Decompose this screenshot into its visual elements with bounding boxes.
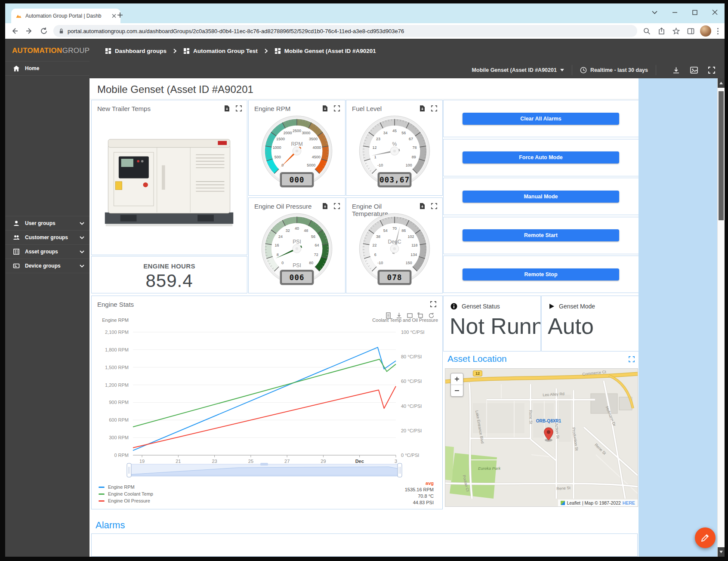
minimize-icon[interactable] <box>672 9 678 15</box>
side-panel-icon[interactable] <box>685 26 696 36</box>
map-marker-label[interactable]: ORB-Q8XR1 <box>534 419 563 423</box>
manual-mode-button[interactable]: Manual Mode <box>463 191 619 203</box>
vertical-scrollbar[interactable] <box>717 78 725 557</box>
panel-action-0: Clear All Alarms <box>443 100 639 137</box>
svg-text:100 °C/PSI: 100 °C/PSI <box>401 330 425 335</box>
navigator-handle[interactable] <box>398 463 402 477</box>
screenshot-image-icon[interactable] <box>690 67 698 74</box>
alarms-empty-list <box>91 533 638 557</box>
close-window-icon[interactable] <box>712 9 718 15</box>
tab-search-chevron-icon[interactable] <box>652 11 657 14</box>
expand-icon[interactable] <box>629 356 635 364</box>
download-icon[interactable] <box>672 67 680 74</box>
svg-text:DegC: DegC <box>388 239 401 245</box>
zoom-in-button[interactable] <box>451 373 463 385</box>
avg-label: avg <box>405 480 434 487</box>
zoom-out-button[interactable] <box>451 385 463 396</box>
leaflet-label[interactable]: Leaflet <box>567 500 580 506</box>
remote-stop-button[interactable]: Remote Stop <box>463 268 619 280</box>
page-title: Mobile Genset (Asset ID #A90201 <box>97 83 253 96</box>
address-bar[interactable]: portal.automationgroup.com.au/dashboardG… <box>53 25 637 37</box>
clear-all-alarms-button[interactable]: Clear All Alarms <box>463 113 619 125</box>
genset-mode-value: Auto <box>542 313 639 339</box>
svg-text:134: 134 <box>410 253 417 257</box>
zoom-icon[interactable] <box>642 26 652 36</box>
fullscreen-icon[interactable] <box>708 67 715 74</box>
legend-item-engine-rpm[interactable]: Engine RPM <box>99 484 153 490</box>
breadcrumb-item[interactable]: Mobile Genset (Asset ID #A90201 <box>275 48 376 54</box>
scrollbar-thumb[interactable] <box>719 91 724 220</box>
maximize-icon[interactable] <box>692 10 697 15</box>
breadcrumb-item[interactable]: Automation Group Test <box>183 48 258 54</box>
svg-text:500: 500 <box>275 155 281 159</box>
svg-text:PSI: PSI <box>293 262 301 268</box>
sidebar-item-label: Device groups <box>25 263 74 269</box>
share-icon[interactable] <box>656 26 666 36</box>
sidebar-item-device-groups[interactable]: Device groups <box>5 259 89 273</box>
svg-text:23: 23 <box>376 137 380 141</box>
asset-location-map[interactable]: 12 ORB-Q8XR1 Leaflet | Map © 1987-2022 H… <box>445 368 638 507</box>
svg-text:%: % <box>392 141 397 147</box>
time-range-selector[interactable]: Realtime - last 30 days <box>580 67 648 74</box>
svg-text:118: 118 <box>411 243 417 247</box>
breadcrumb-separator <box>265 49 268 53</box>
fuel-level-gauge: -1011223344556677889100%003,67 <box>354 111 435 191</box>
svg-text:86: 86 <box>401 228 406 233</box>
svg-text:1,800 RPM: 1,800 RPM <box>105 347 129 352</box>
svg-text:56: 56 <box>401 131 406 135</box>
asset-selector[interactable]: Mobile Genset (Asset ID #A90201 <box>472 67 564 73</box>
svg-text:3500: 3500 <box>309 137 318 141</box>
scroll-up-button[interactable] <box>718 78 725 88</box>
svg-text:0: 0 <box>281 261 284 265</box>
map-zoom-control <box>450 373 463 397</box>
panel-engine-hours: ENGINE HOURS 859.4 <box>91 256 247 293</box>
sidebar-groups: User groupsCustomer groupsAsset groupsDe… <box>5 216 89 273</box>
svg-text:1: 1 <box>374 155 376 159</box>
scroll-down-button[interactable] <box>718 547 725 557</box>
here-link[interactable]: HERE <box>623 500 635 506</box>
edit-dashboard-fab[interactable] <box>695 527 716 548</box>
legend-item-engine-oil-pressure[interactable]: Engine Oil Pressure <box>99 497 153 504</box>
svg-text:21: 21 <box>176 459 181 464</box>
app-header: Dashboard groupsAutomation Group TestMob… <box>89 39 725 78</box>
svg-text:0 °C/PSI: 0 °C/PSI <box>401 453 419 458</box>
chevron-down-icon <box>80 250 84 253</box>
sidebar-item-customer-groups[interactable]: Customer groups <box>5 230 89 244</box>
padlock-icon[interactable] <box>59 28 64 34</box>
tab-close-icon[interactable] <box>112 14 116 18</box>
engine-stats-chart: Engine RPMCoolant Temp and Oil Pressure2… <box>92 296 441 508</box>
svg-text:300 RPM: 300 RPM <box>109 435 129 440</box>
svg-text:54: 54 <box>383 228 387 233</box>
navigator-handle[interactable] <box>127 463 131 477</box>
profile-avatar[interactable] <box>700 25 711 37</box>
sidebar-item-user-groups[interactable]: User groups <box>5 216 89 230</box>
bookmark-star-icon[interactable] <box>671 26 681 36</box>
svg-text:23: 23 <box>212 459 217 464</box>
svg-text:102: 102 <box>407 234 414 239</box>
avg-value: 70.8 °C <box>405 493 434 499</box>
sidebar-item-asset-groups[interactable]: Asset groups <box>5 244 89 259</box>
app-root: AUTOMATIONGROUP Home User groupsCustomer… <box>5 39 725 557</box>
browser-menu-icon[interactable] <box>716 26 720 36</box>
expand-icon[interactable] <box>236 105 242 111</box>
dashboard-controls-row: Mobile Genset (Asset ID #A90201 Realtime… <box>89 63 725 77</box>
svg-text:2,100 RPM: 2,100 RPM <box>105 330 129 335</box>
legend-swatch <box>99 487 105 488</box>
export-file-icon[interactable] <box>224 105 230 112</box>
back-button[interactable] <box>9 26 20 36</box>
browser-tab[interactable]: Automation Group Portal | Dashb <box>11 9 120 23</box>
breadcrumb-item[interactable]: Dashboard groups <box>105 48 167 54</box>
remote-start-button[interactable]: Remote Start <box>463 229 619 241</box>
legend-label: Engine RPM <box>108 484 135 490</box>
new-tab-button[interactable] <box>117 12 123 20</box>
legend-item-engine-coolant-temp[interactable]: Engine Coolant Temp <box>99 490 153 497</box>
avg-value: 44.83 PSI <box>405 499 434 506</box>
reload-button[interactable] <box>39 26 49 36</box>
forward-button[interactable] <box>24 26 34 36</box>
map-marker-pin[interactable] <box>543 427 554 441</box>
svg-text:25: 25 <box>248 459 253 464</box>
sidebar-item-home[interactable]: Home <box>5 61 89 76</box>
force-auto-mode-button[interactable]: Force Auto Mode <box>463 151 619 163</box>
svg-text:PSI: PSI <box>293 239 301 245</box>
map-copyright: | Map © 1987-2022 <box>582 500 621 506</box>
